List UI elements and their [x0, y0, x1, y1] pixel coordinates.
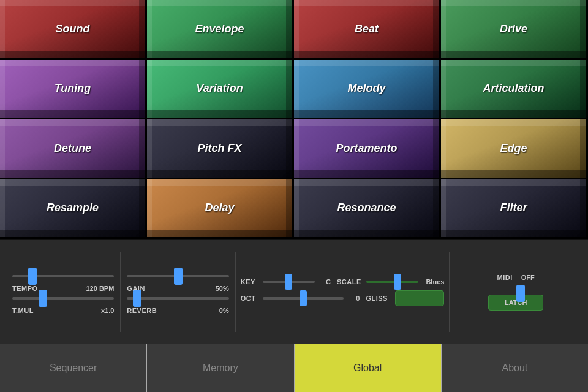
reverb-value: 0%	[219, 307, 229, 314]
grid-cell-label-edge: Edge	[500, 142, 527, 155]
gliss-button[interactable]	[395, 290, 444, 306]
tmul-slider-row	[12, 292, 114, 304]
grid-cell-label-variation: Variation	[196, 82, 243, 95]
scale-thumb[interactable]	[394, 274, 401, 290]
grid-cell-label-beat: Beat	[355, 23, 379, 36]
grid-cell-sound[interactable]: Sound	[0, 0, 147, 60]
grid-section: SoundEnvelopeBeatDriveTuningVariationMel…	[0, 0, 588, 239]
oct-value: 0	[347, 295, 360, 302]
gain-thumb[interactable]	[174, 268, 183, 285]
key-value: C	[318, 278, 331, 285]
grid-cell-melody[interactable]: Melody	[294, 60, 441, 120]
midi-section: MIDI OFF LATCH	[450, 274, 582, 311]
nav-item-global[interactable]: Global	[295, 344, 442, 392]
reverb-label-row: REVERB 0%	[127, 307, 228, 314]
grid-cell-detune[interactable]: Detune	[0, 119, 147, 179]
midi-thumb[interactable]	[516, 285, 525, 302]
grid-cell-label-tuning: Tuning	[55, 82, 91, 95]
grid-cell-drive[interactable]: Drive	[441, 0, 588, 60]
grid-cell-label-resample: Resample	[47, 202, 99, 214]
nav-item-sequencer[interactable]: Sequencer	[0, 344, 147, 392]
key-section: KEY C SCALE Blues OCT 0 GLISS	[236, 276, 450, 309]
tmul-track[interactable]	[12, 297, 114, 300]
key-track[interactable]	[263, 281, 315, 283]
gain-slider-row	[127, 270, 228, 282]
grid-cell-articulation[interactable]: Articulation	[441, 60, 588, 120]
reverb-slider-row	[127, 292, 228, 304]
grid-cell-label-envelope: Envelope	[195, 23, 244, 36]
scale-value: Blues	[422, 278, 444, 285]
nav-item-about[interactable]: About	[442, 344, 588, 392]
grid-cell-label-articulation: Articulation	[483, 82, 544, 95]
midi-slider-row	[454, 287, 577, 290]
reverb-thumb[interactable]	[133, 290, 141, 307]
grid-cell-label-portamento: Portamento	[336, 142, 397, 155]
oct-label: OCT	[241, 295, 259, 302]
grid-cell-pitchfx[interactable]: Pitch FX	[147, 119, 294, 179]
grid-cell-label-pitchfx: Pitch FX	[197, 142, 241, 155]
grid-cell-portamento[interactable]: Portamento	[294, 119, 441, 179]
tempo-group: TEMPO 120 BPM T.MUL x1.0	[6, 270, 120, 314]
scale-track[interactable]	[366, 281, 418, 283]
tempo-track[interactable]	[12, 275, 114, 277]
gain-value: 50%	[216, 285, 229, 292]
grid-cell-beat[interactable]: Beat	[294, 0, 441, 60]
grid-cell-label-detune: Detune	[54, 142, 91, 155]
reverb-label: REVERB	[127, 307, 157, 314]
grid-cell-variation[interactable]: Variation	[147, 60, 294, 120]
key-label: KEY	[241, 278, 259, 285]
grid-cell-resample[interactable]: Resample	[0, 179, 147, 239]
midi-row: MIDI OFF	[497, 274, 535, 281]
tmul-thumb[interactable]	[39, 290, 47, 307]
latch-button[interactable]: LATCH	[488, 295, 543, 311]
grid-cell-label-drive: Drive	[500, 23, 527, 36]
key-row: KEY C SCALE Blues	[241, 278, 445, 285]
bottom-nav: SequencerMemoryGlobalAbout	[0, 344, 588, 392]
grid-cell-tuning[interactable]: Tuning	[0, 60, 147, 120]
grid-cell-edge[interactable]: Edge	[441, 119, 588, 179]
tempo-thumb[interactable]	[28, 268, 37, 285]
tempo-value: 120 BPM	[86, 285, 114, 292]
gain-group: GAIN 50% REVERB 0%	[121, 270, 235, 314]
gain-label-row: GAIN 50%	[127, 285, 228, 292]
tmul-value: x1.0	[101, 307, 114, 314]
tempo-slider-row	[12, 270, 114, 282]
tmul-label-row: T.MUL x1.0	[12, 307, 114, 314]
grid-cell-filter[interactable]: Filter	[441, 179, 588, 239]
key-thumb[interactable]	[285, 274, 292, 290]
tmul-label: T.MUL	[12, 307, 34, 314]
grid-cell-label-delay: Delay	[205, 202, 234, 214]
grid-cell-label-sound: Sound	[56, 23, 90, 36]
grid-cell-label-resonance: Resonance	[337, 202, 396, 214]
midi-label: MIDI	[497, 274, 513, 281]
nav-item-memory[interactable]: Memory	[147, 344, 294, 392]
tempo-label-row: TEMPO 120 BPM	[12, 285, 114, 292]
grid-cell-delay[interactable]: Delay	[147, 179, 294, 239]
gain-track[interactable]	[127, 275, 228, 277]
oct-row: OCT 0 GLISS	[241, 290, 445, 306]
grid-cell-resonance[interactable]: Resonance	[294, 179, 441, 239]
scale-label: SCALE	[337, 278, 363, 285]
grid-cell-label-filter: Filter	[500, 202, 527, 214]
reverb-track[interactable]	[127, 297, 228, 300]
midi-value: OFF	[521, 274, 535, 281]
gliss-label: GLISS	[366, 295, 391, 302]
grid-cell-envelope[interactable]: Envelope	[147, 0, 294, 60]
tempo-label: TEMPO	[12, 285, 38, 292]
controls-section: TEMPO 120 BPM T.MUL x1.0 GAIN	[0, 239, 588, 344]
app-container: SoundEnvelopeBeatDriveTuningVariationMel…	[0, 0, 588, 392]
grid-cell-label-melody: Melody	[347, 82, 385, 95]
oct-track[interactable]	[263, 297, 344, 300]
oct-thumb[interactable]	[300, 290, 307, 306]
